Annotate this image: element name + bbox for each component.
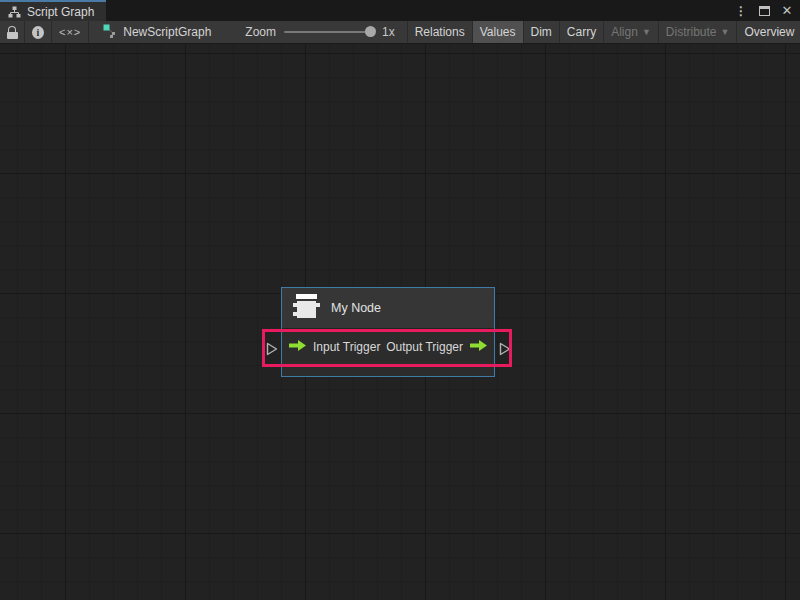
values-button[interactable]: Values (472, 21, 523, 43)
lock-icon (7, 26, 18, 39)
input-connection-triangle-icon[interactable] (266, 342, 278, 356)
toolbar-toggle-group: Relations Values Dim Carry Align ▼ Distr… (407, 21, 800, 43)
flow-arrow-icon (469, 339, 488, 355)
unit-node[interactable]: My Node Input Trigger Output Trigger (281, 287, 495, 377)
edit-script-button[interactable]: <×> (52, 21, 89, 43)
code-icon: <×> (59, 26, 81, 38)
chevron-down-icon: ▼ (642, 27, 651, 37)
node-title: My Node (331, 301, 381, 315)
graph-asset-icon (103, 24, 117, 41)
input-trigger-port[interactable]: Input Trigger (288, 339, 380, 355)
zoom-control: Zoom 1x (221, 21, 404, 43)
node-port-row: Input Trigger Output Trigger (282, 329, 494, 365)
graph-canvas[interactable]: My Node Input Trigger Output Trigger (0, 44, 800, 600)
align-dropdown[interactable]: Align ▼ (603, 21, 658, 43)
graph-name-label: NewScriptGraph (123, 25, 211, 39)
carry-button[interactable]: Carry (559, 21, 603, 43)
window-menu-icon[interactable]: ⋮ (734, 3, 748, 19)
zoom-slider-handle[interactable] (365, 26, 376, 37)
distribute-dropdown[interactable]: Distribute ▼ (658, 21, 737, 43)
overview-button[interactable]: Overview (736, 21, 800, 43)
output-trigger-port[interactable]: Output Trigger (386, 339, 488, 355)
info-icon: i (32, 26, 44, 39)
port-label: Input Trigger (313, 340, 380, 354)
inspect-button[interactable]: i (25, 21, 52, 43)
lock-button[interactable] (0, 21, 25, 43)
graph-asset-reference[interactable]: NewScriptGraph (89, 21, 221, 43)
hierarchy-graph-icon (8, 6, 21, 18)
port-label: Output Trigger (386, 340, 463, 354)
close-icon[interactable]: ✕ (780, 3, 794, 19)
tab-strip: Script Graph ⋮ ✕ (0, 0, 800, 21)
zoom-slider[interactable] (284, 31, 374, 33)
graph-toolbar: i <×> NewScriptGraph Zoom 1x Re (0, 21, 800, 44)
chevron-down-icon: ▼ (721, 27, 730, 37)
dim-button[interactable]: Dim (523, 21, 559, 43)
output-connection-triangle-icon[interactable] (499, 342, 511, 356)
script-graph-window: Script Graph ⋮ ✕ i <×> (0, 0, 800, 600)
unit-node-icon (292, 291, 320, 325)
zoom-value-label: 1x (382, 25, 395, 39)
tab-label: Script Graph (27, 5, 94, 19)
window-controls: ⋮ ✕ (734, 0, 800, 21)
flow-arrow-icon (288, 339, 307, 355)
node-header[interactable]: My Node (282, 288, 494, 329)
tab-script-graph[interactable]: Script Graph (0, 0, 106, 21)
maximize-icon[interactable] (757, 3, 771, 19)
zoom-label: Zoom (245, 25, 276, 39)
relations-button[interactable]: Relations (407, 21, 472, 43)
